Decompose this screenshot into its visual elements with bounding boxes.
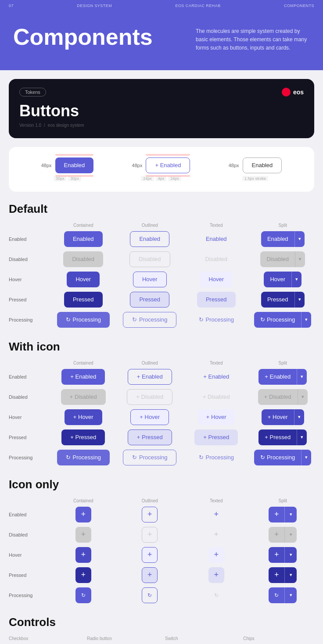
spin-icon: ↻ [66, 316, 71, 323]
with-icon-section: With icon Contained Outlined Texted Spli… [9, 340, 314, 465]
wi-btn-contained-pressed[interactable]: + Pressed [61, 429, 105, 445]
io-btn-texted-hover[interactable]: + [208, 547, 224, 563]
default-row-pressed: Pressed Pressed Pressed Pressed Pressed … [9, 292, 314, 308]
btn-outlined-pressed[interactable]: Pressed [130, 292, 169, 308]
btn-contained-enabled[interactable]: Enabled [64, 231, 103, 247]
wi-btn-texted-enabled[interactable]: + Enabled [194, 369, 238, 385]
checkbox-group-title: Checkbox [9, 636, 80, 641]
io-btn-outlined-hover[interactable]: + [142, 547, 158, 563]
wi-btn-split-arrow-processing[interactable]: ▾ [301, 450, 311, 465]
wi-btn-split-arrow-pressed[interactable]: ▾ [297, 429, 307, 445]
io-btn-split-processing[interactable]: ↻ ▾ [269, 587, 297, 603]
io-btn-outlined-processing[interactable]: ↻ [142, 587, 158, 603]
wi-btn-split-pressed[interactable]: + Pressed ▾ [258, 429, 307, 445]
default-row-enabled: Enabled Enabled Enabled Enabled Enabled … [9, 231, 314, 247]
wi-btn-contained-hover[interactable]: + Hover [65, 409, 102, 425]
wi-btn-split-enabled[interactable]: + Enabled ▾ [258, 369, 307, 385]
wi-btn-split-processing[interactable]: ↻ Processing ▾ [254, 450, 311, 465]
wi-col-outlined: Outlined [118, 361, 182, 365]
btn-split-main-enabled[interactable]: Enabled [261, 231, 294, 247]
btn-split-main-hover[interactable]: Hover [264, 272, 291, 287]
btn-texted-pressed[interactable]: Pressed [197, 292, 236, 308]
wi-btn-outlined-hover[interactable]: + Hover [130, 409, 169, 425]
btn-split-main-pressed[interactable]: Pressed [261, 292, 294, 308]
wi-btn-split-main-hover[interactable]: + Hover [262, 409, 294, 425]
io-btn-split-hover[interactable]: + ▾ [269, 547, 297, 563]
btn-outlined-hover[interactable]: Hover [133, 272, 167, 287]
io-btn-split-main-processing[interactable]: ↻ [269, 587, 284, 603]
io-btn-texted-enabled[interactable]: + [208, 507, 224, 522]
wi-btn-contained-disabled: + Disabled [61, 389, 106, 405]
io-btn-split-main-enabled[interactable]: + [269, 507, 284, 522]
io-btn-outlined-pressed[interactable]: + [142, 567, 158, 583]
btn-contained-processing[interactable]: ↻ Processing [57, 312, 110, 328]
wi-btn-split-main-enabled[interactable]: + Enabled [258, 369, 297, 385]
chips-group-title: Chips [243, 636, 314, 641]
default-section: Default Contained Outlined Texted Split … [9, 202, 314, 328]
wi-btn-texted-pressed[interactable]: + Pressed [194, 429, 238, 445]
btn-split-arrow-pressed[interactable]: ▾ [294, 292, 305, 308]
io-row-enabled: Enabled + + + + ▾ [9, 507, 314, 522]
btn-split-main-processing[interactable]: ↻ Processing [254, 312, 301, 328]
btn-texted-processing[interactable]: ↻ Processing [190, 312, 243, 328]
io-btn-split-main-disabled: + [269, 527, 284, 543]
wi-btn-split-hover[interactable]: + Hover ▾ [262, 409, 304, 425]
tokens-badge[interactable]: Tokens [19, 88, 46, 97]
btn-split-arrow-enabled[interactable]: ▾ [294, 231, 305, 247]
with-icon-btn-grid: Contained Outlined Texted Split Enabled … [9, 361, 314, 465]
btn-split-processing[interactable]: ↻ Processing ▾ [254, 312, 311, 328]
btn-contained-pressed[interactable]: Pressed [64, 292, 103, 308]
wi-btn-texted-processing[interactable]: ↻ Processing [190, 450, 243, 465]
io-btn-split-arrow-enabled[interactable]: ▾ [284, 507, 297, 522]
io-btn-contained-hover[interactable]: + [75, 547, 91, 563]
wi-btn-split-arrow-enabled[interactable]: ▾ [297, 369, 307, 385]
io-btn-outlined-enabled[interactable]: + [142, 507, 158, 522]
with-icon-section-title: With icon [9, 340, 314, 354]
io-btn-contained-enabled[interactable]: + [75, 507, 91, 522]
size-demo-contained: 48px Enabled 30px 30px [41, 157, 94, 181]
topbar-right: COMPONENTS [284, 4, 314, 8]
io-btn-contained-processing[interactable]: ↻ [75, 587, 91, 603]
io-btn-split-enabled[interactable]: + ▾ [269, 507, 297, 522]
topbar-left: 07 [9, 4, 14, 8]
io-btn-texted-processing[interactable]: ↻ [208, 587, 224, 603]
btn-split-hover[interactable]: Hover ▾ [264, 272, 301, 287]
io-row-disabled: Disabled + + + + ▾ [9, 527, 314, 543]
btn-outlined-enabled[interactable]: Enabled [130, 231, 169, 247]
btn-split-enabled[interactable]: Enabled ▾ [261, 231, 305, 247]
size-demo-btn-outlined[interactable]: + Enabled [146, 157, 190, 173]
wi-btn-outlined-enabled[interactable]: + Enabled [128, 369, 172, 385]
size-demo-btn-texted[interactable]: Enabled [243, 157, 282, 173]
wi-btn-contained-processing[interactable]: ↻ Processing [57, 450, 110, 465]
wi-btn-split-arrow-hover[interactable]: ▾ [294, 409, 304, 425]
wi-btn-split-main-processing[interactable]: ↻ Processing [254, 450, 301, 465]
btn-texted-enabled[interactable]: Enabled [197, 231, 236, 247]
col-header-split: Split [251, 223, 315, 228]
io-col-split: Split [251, 498, 315, 503]
io-btn-split-main-pressed[interactable]: + [269, 567, 284, 583]
hero-section: Components The molecules are simple syst… [0, 11, 323, 70]
wi-btn-texted-hover[interactable]: + Hover [197, 409, 235, 425]
btn-contained-hover[interactable]: Hover [67, 272, 100, 287]
wi-btn-split-main-pressed[interactable]: + Pressed [258, 429, 297, 445]
btn-outlined-processing[interactable]: ↻ Processing [123, 312, 176, 328]
btn-split-arrow-hover[interactable]: ▾ [291, 272, 301, 287]
io-btn-split-arrow-pressed[interactable]: ▾ [284, 567, 297, 583]
io-btn-split-arrow-hover[interactable]: ▾ [284, 547, 297, 563]
btn-split-pressed[interactable]: Pressed ▾ [261, 292, 305, 308]
size-demo-btn-contained[interactable]: Enabled [55, 157, 94, 173]
wi-btn-contained-enabled[interactable]: + Enabled [61, 369, 105, 385]
wi-btn-outlined-processing[interactable]: ↻ Processing [123, 450, 176, 465]
spin-icon-3: ↻ [199, 316, 204, 323]
wi-btn-outlined-pressed[interactable]: + Pressed [128, 429, 172, 445]
io-btn-split-main-hover[interactable]: + [269, 547, 284, 563]
io-btn-split-pressed[interactable]: + ▾ [269, 567, 297, 583]
btn-texted-hover[interactable]: Hover [200, 272, 233, 287]
io-btn-split-arrow-processing[interactable]: ▾ [284, 587, 297, 603]
io-btn-outlined-disabled: + [142, 527, 158, 543]
io-btn-contained-pressed[interactable]: + [75, 567, 91, 583]
default-row-disabled: Disabled Disabled Disabled Disabled Disa… [9, 251, 314, 267]
btn-split-arrow-processing[interactable]: ▾ [301, 312, 311, 328]
wi-col-texted: Texted [185, 361, 248, 365]
io-btn-texted-pressed[interactable]: + [208, 567, 224, 583]
